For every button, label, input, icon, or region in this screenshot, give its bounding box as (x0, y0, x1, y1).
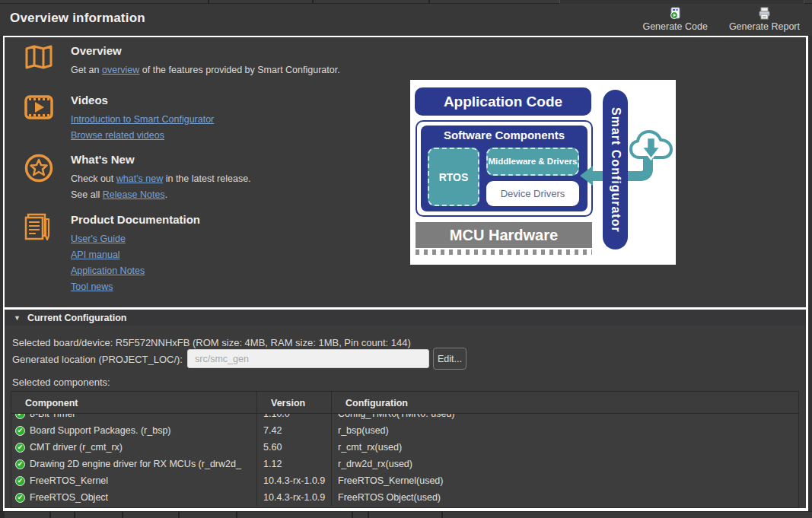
generate-report-icon (758, 7, 771, 20)
content-frame: Overview Get an overview of the features… (3, 36, 808, 511)
generate-code-icon (669, 7, 682, 20)
diagram-rtos-box: RTOS (428, 148, 479, 206)
component-name: Drawing 2D engine driver for RX MCUs (r_… (30, 459, 241, 469)
diagram-smart-configurator-label: Smart Configurator (609, 107, 623, 233)
video-icon (23, 94, 55, 121)
tab-corner (0, 512, 5, 518)
generated-location-label: Generated location (PROJECT_LOC/): (12, 354, 183, 365)
whats-new-heading: What's New (71, 153, 251, 166)
video-link-introduction[interactable]: Introduction to Smart Configurator (71, 112, 214, 128)
whats-new-section: What's New Check out what's new in the l… (23, 153, 251, 203)
release-notes-link[interactable]: Release Notes (103, 189, 165, 200)
component-configuration: r_drw2d_rx(used) (331, 456, 798, 472)
diagram-software-components-outer: Software Components RTOS Middleware & Dr… (416, 120, 593, 217)
tab-divider (74, 512, 75, 518)
video-link-browse[interactable]: Browse related videos (71, 128, 214, 144)
diagram-software-components-box: Software Components RTOS Middleware & Dr… (421, 126, 588, 211)
star-badge-icon (23, 153, 55, 183)
generate-code-label: Generate Code (642, 21, 707, 32)
components-table: Component Version Configuration ✔8-Bit T… (11, 391, 799, 508)
documents-icon (23, 213, 55, 246)
table-row[interactable]: ✔Drawing 2D engine driver for RX MCUs (r… (11, 456, 798, 472)
edit-button[interactable]: Edit... (433, 348, 467, 370)
tab-divider (122, 512, 123, 518)
component-version: 10.4.3-rx-1.0.9 (256, 489, 331, 506)
doc-link-api-manual[interactable]: API manual (71, 247, 200, 263)
check-icon: ✔ (15, 443, 25, 453)
doc-link-users-guide[interactable]: User's Guide (71, 231, 200, 247)
tab-divider (352, 512, 353, 518)
table-row[interactable]: ✔CMT driver (r_cmt_rx) 5.60 r_cmt_rx(use… (11, 439, 798, 456)
selected-components-label: Selected components: (12, 377, 110, 388)
whats-new-link[interactable]: what's new (116, 173, 163, 184)
editor-header: Overview information Generate Code (0, 4, 812, 36)
column-header-configuration[interactable]: Configuration (331, 392, 798, 414)
current-configuration-header[interactable]: ▼ Current Configuration (5, 310, 806, 326)
overview-link[interactable]: overview (102, 65, 139, 75)
diagram-application-code: Application Code (415, 87, 591, 116)
table-row[interactable]: ✔8-Bit Timer 1.10.0 Config_TMR0(TMR0: us… (11, 414, 798, 422)
component-version: 7.42 (256, 422, 331, 439)
diagram-mcu-hardware: MCU Hardware (416, 222, 592, 248)
collapse-triangle-icon: ▼ (14, 314, 21, 322)
column-header-component[interactable]: Component (11, 392, 256, 414)
tab-divider (236, 512, 237, 518)
tab-divider (178, 512, 180, 518)
component-name: Board Support Packages. (r_bsp) (30, 425, 171, 436)
diagram-device-drivers-box: Device Drivers (486, 181, 579, 206)
components-table-header: Component Version Configuration (11, 392, 798, 414)
tab-divider (368, 512, 369, 518)
overview-text-before: Get an (71, 65, 102, 75)
tab-divider (441, 512, 443, 518)
generate-report-label: Generate Report (729, 21, 800, 32)
component-name: 8-Bit Timer (30, 414, 75, 419)
table-row[interactable]: ✔FreeRTOS_Object 10.4.3-rx-1.0.9 FreeRTO… (11, 489, 798, 506)
check-icon: ✔ (15, 459, 25, 469)
map-icon (23, 44, 55, 72)
component-configuration: FreeRTOS Object(used) (331, 489, 798, 506)
component-version: 10.4.3-rx-1.0.9 (256, 472, 331, 489)
overview-text: Get an overview of the features provided… (71, 62, 340, 78)
videos-section: Videos Introduction to Smart Configurato… (23, 94, 214, 144)
current-configuration-title: Current Configuration (27, 313, 127, 323)
doc-link-application-notes[interactable]: Application Notes (71, 263, 200, 279)
generate-code-button[interactable]: Generate Code (638, 5, 712, 36)
component-version: 1.12 (256, 456, 331, 472)
smart-configurator-window: Overview information Generate Code (0, 0, 812, 518)
check-icon: ✔ (15, 414, 25, 419)
diagram-mcu-pins (416, 249, 592, 255)
page-title: Overview information (10, 11, 145, 26)
check-icon: ✔ (15, 493, 25, 503)
diagram-software-components-title: Software Components (421, 129, 588, 141)
components-table-body: ✔8-Bit Timer 1.10.0 Config_TMR0(TMR0: us… (11, 414, 798, 506)
header-toolbar: Generate Code Generate Report (638, 5, 804, 36)
cloud-download-icon (629, 129, 673, 165)
component-configuration: r_bsp(used) (331, 422, 798, 439)
whats-new-line1-before: Check out (71, 173, 116, 184)
check-icon: ✔ (15, 476, 25, 486)
column-header-version[interactable]: Version (256, 392, 331, 414)
whats-new-line2: See all Release Notes. (71, 187, 251, 203)
bottom-tab-strip-sliver (0, 511, 812, 518)
overview-text-after: of the features provided by Smart Config… (139, 65, 339, 75)
component-configuration: Config_TMR0(TMR0: used) (331, 414, 798, 422)
generate-report-button[interactable]: Generate Report (724, 5, 804, 36)
doc-link-tool-news[interactable]: Tool news (71, 279, 200, 295)
check-icon: ✔ (15, 426, 25, 436)
videos-heading: Videos (71, 94, 214, 106)
whats-new-line2-before: See all (71, 189, 103, 200)
diagram-arrow-head (580, 166, 593, 186)
generated-location-input[interactable] (187, 349, 429, 368)
overview-section: Overview Get an overview of the features… (23, 44, 340, 78)
table-row[interactable]: ✔Board Support Packages. (r_bsp) 7.42 r_… (11, 422, 798, 439)
product-documentation-heading: Product Documentation (71, 213, 200, 226)
component-version: 5.60 (256, 439, 331, 456)
table-row[interactable]: ✔FreeRTOS_Kernel 10.4.3-rx-1.0.9 FreeRTO… (11, 472, 798, 489)
overview-heading: Overview (71, 44, 340, 57)
architecture-diagram: Application Code Software Components RTO… (410, 80, 676, 265)
component-configuration: FreeRTOS_Kernel(used) (331, 472, 798, 489)
component-name: FreeRTOS_Kernel (30, 475, 108, 486)
component-name: CMT driver (r_cmt_rx) (30, 442, 123, 453)
whats-new-line1-after: in the latest release. (163, 173, 250, 184)
product-documentation-section: Product Documentation User's Guide API m… (23, 213, 200, 295)
